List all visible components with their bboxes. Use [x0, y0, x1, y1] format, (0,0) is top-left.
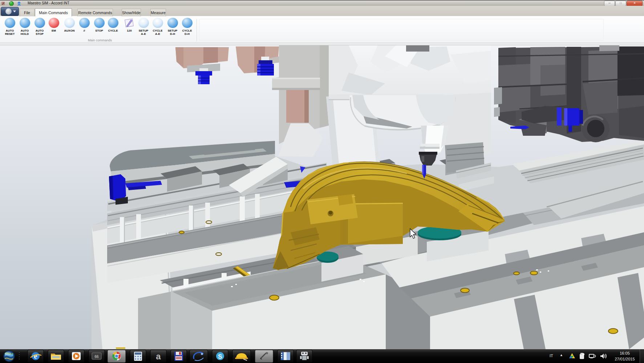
svg-text:a: a: [156, 351, 161, 361]
svg-text:e: e: [34, 352, 37, 360]
svg-text:S: S: [218, 353, 222, 360]
svg-text:66: 66: [94, 355, 99, 359]
